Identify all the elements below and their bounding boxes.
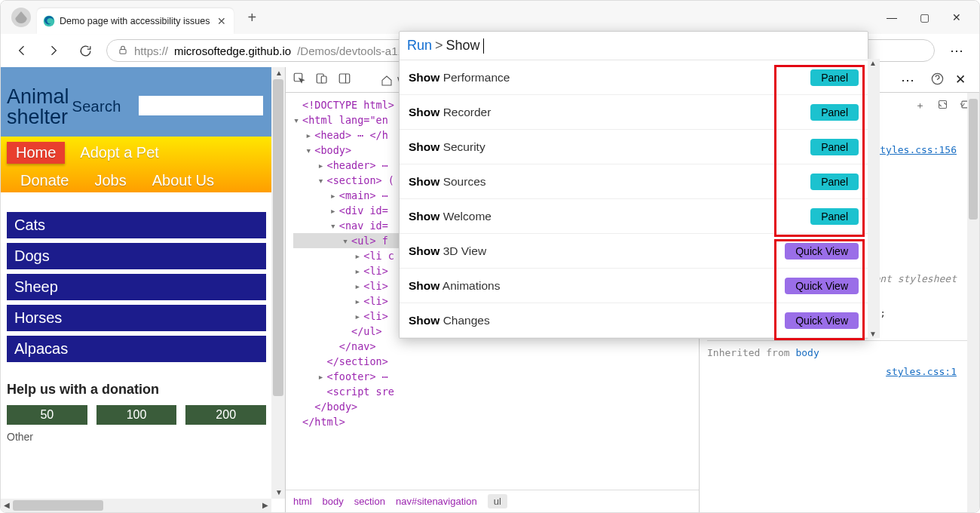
command-badge: Quick View	[785, 278, 859, 294]
window-close-button[interactable]: ✕	[952, 11, 961, 23]
nav-about[interactable]: About Us	[143, 170, 223, 192]
crumb-current[interactable]: ul	[488, 494, 507, 508]
forward-button[interactable]	[43, 43, 64, 58]
scroll-left-icon[interactable]: ◀	[1, 499, 13, 511]
search-input[interactable]	[139, 96, 263, 115]
command-badge: Panel	[810, 174, 859, 190]
dom-line[interactable]: </html>	[293, 414, 699, 429]
tab-close-icon[interactable]: ✕	[217, 15, 226, 27]
nav-home[interactable]: Home	[7, 142, 65, 164]
profile-icon[interactable]	[11, 8, 31, 27]
edge-favicon	[43, 15, 55, 27]
inherited-from-link[interactable]: body	[795, 347, 819, 358]
help-icon[interactable]	[930, 72, 945, 88]
page-viewport: Animal shelter Search Home Adopt a Pet D…	[1, 67, 286, 512]
styles-source-link[interactable]: styles.css:1	[886, 366, 957, 377]
command-badge: Panel	[810, 139, 859, 155]
category-item[interactable]: Horses	[7, 305, 266, 331]
command-badge: Panel	[810, 208, 859, 225]
scroll-right-icon[interactable]: ▶	[259, 499, 271, 511]
command-badge: Quick View	[785, 312, 859, 329]
viewport-horizontal-scrollbar[interactable]: ◀ ▶	[1, 499, 271, 512]
dom-line[interactable]: ▸<footer> ⋯	[293, 369, 699, 384]
command-item[interactable]: Show SecurityPanel	[400, 130, 868, 164]
command-item[interactable]: Show 3D ViewQuick View	[400, 234, 868, 269]
home-icon	[381, 75, 393, 87]
devtools-menu-button[interactable]: ⋯	[896, 72, 920, 88]
scroll-up-icon[interactable]: ▲	[273, 67, 285, 79]
dom-line[interactable]: </nav>	[293, 339, 699, 354]
crumb[interactable]: nav#sitenavigation	[396, 496, 477, 507]
lock-icon	[118, 45, 128, 57]
command-scrollbar[interactable]: ▲ ▼	[868, 59, 880, 338]
svg-rect-4	[321, 76, 326, 83]
crumb[interactable]: section	[354, 496, 385, 507]
text-caret	[483, 38, 484, 54]
category-item[interactable]: Sheep	[7, 274, 266, 300]
category-item[interactable]: Dogs	[7, 243, 266, 269]
device-icon[interactable]	[314, 72, 329, 88]
dock-icon[interactable]	[337, 72, 352, 88]
crumb[interactable]: html	[293, 496, 312, 507]
scroll-thumb[interactable]	[969, 99, 978, 220]
command-item[interactable]: Show SourcesPanel	[400, 164, 868, 199]
refresh-button[interactable]	[75, 44, 96, 58]
dom-line[interactable]: </body>	[293, 399, 699, 414]
styles-collapse-icon[interactable]: ⌄	[960, 96, 966, 108]
svg-rect-5	[339, 74, 350, 83]
scroll-down-icon[interactable]: ▼	[868, 330, 878, 338]
nav-adopt[interactable]: Adopt a Pet	[71, 142, 168, 164]
url-scheme: https://	[134, 45, 168, 57]
nav-donate[interactable]: Donate	[11, 170, 78, 192]
new-tab-button[interactable]: +	[247, 9, 256, 26]
tab-title: Demo page with accessibility issues	[60, 16, 210, 26]
command-badge: Panel	[810, 104, 859, 121]
command-item[interactable]: Show AnimationsQuick View	[400, 269, 868, 303]
donation-amount[interactable]: 100	[96, 405, 177, 425]
svg-rect-1	[120, 49, 126, 54]
window-minimize-button[interactable]: ―	[887, 11, 897, 23]
back-button[interactable]	[11, 43, 32, 58]
inspect-icon[interactable]	[292, 72, 307, 88]
page-banner: Animal shelter Search	[1, 67, 272, 137]
toggle-classes-icon[interactable]	[937, 99, 948, 112]
dom-line[interactable]: <script sre	[293, 384, 699, 399]
styles-source-link[interactable]: styles.css:156	[874, 144, 957, 155]
browser-tab[interactable]: Demo page with accessibility issues ✕	[37, 8, 234, 34]
donation-amount[interactable]: 200	[185, 405, 266, 425]
nav-jobs[interactable]: Jobs	[86, 170, 136, 192]
new-style-rule-icon[interactable]: ＋	[915, 99, 925, 112]
command-item[interactable]: Show PerformancePanel	[400, 60, 868, 95]
url-host: microsoftedge.github.io	[174, 45, 291, 57]
viewport-vertical-scrollbar[interactable]: ▲ ▼	[271, 67, 285, 499]
command-item[interactable]: Show RecorderPanel	[400, 95, 868, 130]
search-label: Search	[72, 98, 121, 115]
command-menu: Run > Show Show PerformancePanelShow Rec…	[399, 31, 868, 339]
page-nav: Home Adopt a Pet Donate Jobs About Us	[1, 137, 272, 192]
donation-other: Other	[7, 431, 266, 443]
donation-amount[interactable]: 50	[7, 405, 87, 425]
scroll-down-icon[interactable]: ▼	[273, 487, 285, 499]
dom-breadcrumbs: html body section nav#sitenavigation ul	[286, 490, 699, 512]
category-item[interactable]: Cats	[7, 212, 266, 238]
category-item[interactable]: Alpacas	[7, 336, 266, 362]
devtools-close-button[interactable]: ✕	[955, 72, 966, 88]
command-badge: Quick View	[785, 243, 859, 260]
crumb[interactable]: body	[323, 496, 344, 507]
svg-rect-13	[939, 101, 947, 109]
styles-scrollbar[interactable]	[967, 93, 979, 512]
dom-line[interactable]: </section>	[293, 354, 699, 369]
window-maximize-button[interactable]: ▢	[920, 11, 929, 23]
command-input[interactable]: Run > Show	[400, 32, 868, 60]
scroll-up-icon[interactable]: ▲	[868, 59, 878, 67]
command-badge: Panel	[810, 69, 859, 86]
scroll-thumb[interactable]	[13, 500, 103, 511]
category-list: Cats Dogs Sheep Horses Alpacas	[1, 204, 272, 370]
titlebar: Demo page with accessibility issues ✕ + …	[1, 1, 979, 34]
browser-menu-button[interactable]: ⋯	[945, 42, 969, 59]
brand-title: Animal shelter	[1, 76, 69, 127]
command-item[interactable]: Show WelcomePanel	[400, 199, 868, 234]
scroll-thumb[interactable]	[273, 79, 283, 396]
donation-heading: Help us with a donation	[7, 382, 266, 398]
command-item[interactable]: Show ChangesQuick View	[400, 303, 868, 338]
